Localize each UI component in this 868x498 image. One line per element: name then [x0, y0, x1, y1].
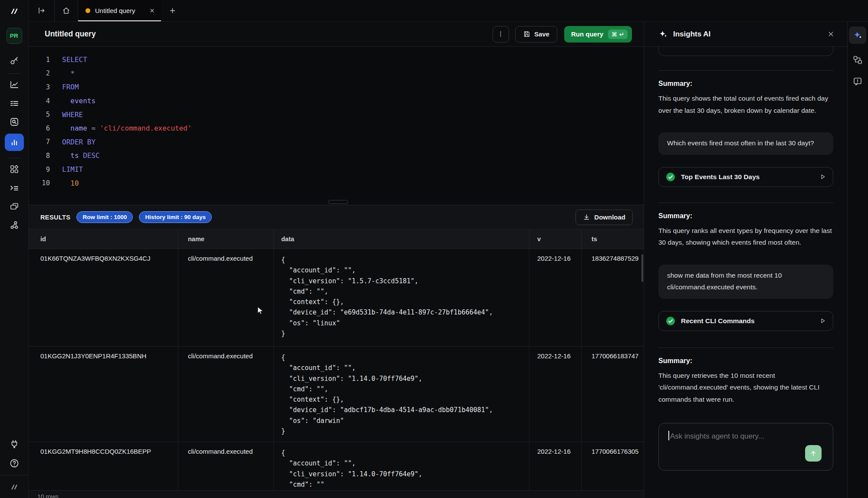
code-line[interactable]: 10 10: [29, 176, 644, 190]
cell-data: { "account_id": "", "cli_version": "1.5.…: [274, 249, 529, 346]
table-row[interactable]: 01KGG2MT9H8H8CCDQ0ZK16BEPPcli/command.ex…: [29, 442, 644, 490]
column-header-v[interactable]: v: [529, 229, 582, 249]
code-line[interactable]: 6 name = 'cli/command.executed': [29, 121, 644, 135]
expand-sidebar-icon[interactable]: [29, 0, 54, 21]
line-number: 1: [29, 56, 50, 64]
line-number: 4: [29, 97, 50, 105]
code-text: events: [62, 97, 95, 105]
code-text: WHERE: [62, 111, 83, 119]
left-sidebar: PR: [0, 0, 29, 498]
insights-header: Insights AI: [644, 22, 847, 47]
cmd-key-icon: ⌘: [612, 31, 617, 38]
column-header-name[interactable]: name: [178, 229, 274, 249]
code-text: 10: [62, 179, 79, 187]
download-button[interactable]: Download: [575, 210, 633, 225]
line-number: 10: [29, 179, 50, 187]
api-keys-icon[interactable]: [9, 55, 20, 66]
cell-ts: 1770066176305: [582, 442, 644, 490]
integrations-plug-icon[interactable]: [9, 439, 20, 450]
sql-editor[interactable]: 1SELECT2 *3FROM4 events5WHERE6 name = 'c…: [29, 47, 644, 205]
scrolled-card-partial: [658, 47, 833, 56]
code-text: LIMIT: [62, 165, 83, 174]
home-icon[interactable]: [55, 0, 78, 21]
cell-v: 2022-12-16: [529, 442, 582, 490]
apps-icon[interactable]: [9, 164, 20, 175]
table-row[interactable]: 01K66TQNZA3WFBQ8XN2KXSG4CJcli/command.ex…: [29, 249, 644, 347]
query-card-recent-cli[interactable]: Recent CLI Commands: [658, 311, 833, 331]
code-line[interactable]: 3FROM: [29, 80, 644, 94]
history-limit-badge[interactable]: History limit : 90 days: [139, 211, 212, 223]
code-line[interactable]: 2 *: [29, 67, 644, 81]
code-line[interactable]: 5WHERE: [29, 108, 644, 121]
run-card-play-icon[interactable]: [819, 174, 826, 180]
run-card-play-icon[interactable]: [819, 318, 826, 324]
summary-label: Summary:: [658, 212, 833, 220]
more-options-button[interactable]: [493, 26, 509, 43]
page-title: Untitled query: [45, 29, 96, 39]
event-log-icon[interactable]: [9, 98, 20, 109]
summary-text: This query ranks all event types by freq…: [658, 225, 833, 249]
code-text: ORDER BY: [62, 138, 95, 146]
code-line[interactable]: 7ORDER BY: [29, 135, 644, 149]
success-check-icon: [666, 316, 675, 326]
schema-tree-icon[interactable]: [852, 55, 863, 65]
insights-divider: [658, 203, 833, 203]
insights-close-icon[interactable]: [828, 31, 834, 37]
table-header: id name data v ts: [29, 229, 644, 249]
new-tab-icon[interactable]: [161, 0, 184, 21]
help-icon[interactable]: [9, 458, 20, 469]
feedback-icon[interactable]: [852, 76, 863, 86]
pane-resize-handle[interactable]: [328, 200, 348, 204]
enter-key-icon: ↵: [619, 31, 624, 38]
results-section: RESULTS Row limit : 1000 History limit :…: [29, 205, 644, 498]
analytics-icon[interactable]: [9, 79, 20, 90]
terminal-icon[interactable]: [9, 182, 20, 193]
send-button[interactable]: [805, 445, 822, 462]
workflow-icon[interactable]: [9, 220, 20, 231]
download-label: Download: [594, 213, 625, 221]
insights-title: Insights AI: [673, 30, 710, 39]
sql-editor-lines: 1SELECT2 *3FROM4 events5WHERE6 name = 'c…: [29, 53, 644, 190]
query-main: Untitled query Save Run query: [29, 22, 644, 498]
column-header-data[interactable]: data: [274, 229, 529, 249]
input-placeholder: Ask insights agent to query...: [670, 432, 764, 440]
code-text: *: [62, 69, 75, 78]
cell-v: 2022-12-16: [529, 347, 582, 442]
code-line[interactable]: 9LIMIT: [29, 163, 644, 177]
code-line[interactable]: 1SELECT: [29, 53, 644, 67]
table-row[interactable]: 01KGG2N1J3Y0ENP1R4F1335BNHcli/command.ex…: [29, 347, 644, 442]
run-query-button[interactable]: Run query ⌘ ↵: [564, 26, 632, 43]
code-line[interactable]: 8 ts DESC: [29, 149, 644, 163]
results-scrollbar[interactable]: [641, 254, 643, 282]
table-body: 01K66TQNZA3WFBQ8XN2KXSG4CJcli/command.ex…: [29, 249, 644, 490]
run-query-label: Run query: [571, 30, 603, 38]
success-check-icon: [666, 172, 675, 182]
tab-close-icon[interactable]: [149, 8, 155, 13]
code-line[interactable]: 4 events: [29, 94, 644, 108]
save-button[interactable]: Save: [515, 26, 557, 43]
chat-icon[interactable]: [9, 201, 20, 212]
app-logo-icon: [9, 6, 20, 17]
query-card-top-events[interactable]: Top Events Last 30 Days: [658, 167, 833, 187]
cell-ts: 1770066183747: [582, 347, 644, 442]
user-question-bubble: Which events fired most often in the las…: [658, 132, 833, 155]
sparkles-icon: [658, 29, 667, 39]
query-builder-icon-active[interactable]: [5, 134, 24, 151]
line-number: 7: [29, 138, 50, 146]
column-header-ts[interactable]: ts: [582, 229, 644, 249]
code-text: ts DESC: [62, 151, 100, 160]
row-limit-badge[interactable]: Row limit : 1000: [76, 211, 133, 223]
insights-panel: Insights AI Summary: This query shows th…: [644, 22, 847, 498]
data-explorer-icon[interactable]: [9, 116, 20, 128]
code-text: name = 'cli/command.executed': [62, 124, 192, 132]
org-avatar[interactable]: PR: [7, 28, 22, 44]
cell-data: { "account_id": "", "cli_version": "1.14…: [274, 347, 529, 442]
query-header: Untitled query Save Run query: [29, 22, 644, 47]
tab-untitled-query[interactable]: Untitled query: [78, 0, 161, 21]
column-header-id[interactable]: id: [29, 229, 178, 249]
code-text: FROM: [62, 83, 79, 91]
insights-ai-tab-icon-active[interactable]: [849, 26, 866, 44]
results-label: RESULTS: [40, 214, 70, 221]
summary-text: This query retrieves the 10 most recent …: [658, 370, 833, 406]
insights-input[interactable]: Ask insights agent to query...: [658, 423, 833, 471]
